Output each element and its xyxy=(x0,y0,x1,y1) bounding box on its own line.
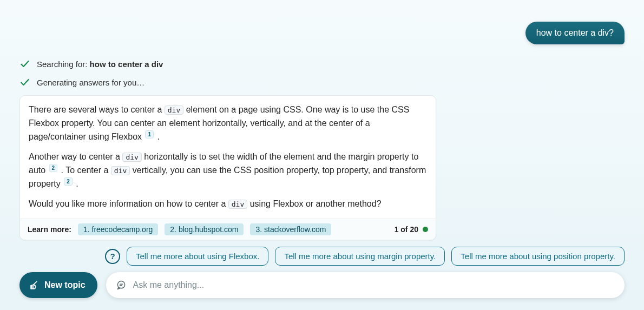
suggestion-2[interactable]: Tell me more about using margin property… xyxy=(275,247,445,266)
answer-paragraph-3: Would you like more information on how t… xyxy=(29,197,427,211)
help-glyph: ? xyxy=(110,252,115,261)
code-div: div xyxy=(165,105,183,115)
check-icon xyxy=(19,58,30,69)
code-div: div xyxy=(228,200,247,209)
ask-input[interactable] xyxy=(133,280,615,290)
answer-paragraph-1: There are several ways to center a div e… xyxy=(29,103,427,144)
answer-text: Would you like more information on how t… xyxy=(29,199,228,208)
status-dot-icon xyxy=(423,227,428,232)
answer-card: There are several ways to center a div e… xyxy=(19,95,436,240)
check-icon xyxy=(19,77,30,88)
suggestion-row: ? Tell me more about using Flexbox. Tell… xyxy=(0,247,644,266)
source-link-1[interactable]: 1. freecodecamp.org xyxy=(78,223,158,235)
chat-icon xyxy=(116,280,127,291)
help-icon[interactable]: ? xyxy=(105,249,120,264)
citation-2[interactable]: 2 xyxy=(64,177,73,186)
learn-more-label: Learn more: xyxy=(28,225,71,234)
new-topic-label: New topic xyxy=(44,280,86,290)
answer-text: . xyxy=(74,179,78,188)
status-generating-label: Generating answers for you… xyxy=(37,78,144,87)
answer-text: using Flexbox or another method? xyxy=(247,199,381,208)
suggestion-3[interactable]: Tell me more about using position proper… xyxy=(451,247,625,266)
answer-paragraph-2: Another way to center a div horizontally… xyxy=(29,150,427,191)
counter-text: 1 of 20 xyxy=(395,225,418,234)
status-generating: Generating answers for you… xyxy=(19,77,625,88)
code-div: div xyxy=(111,166,130,175)
answer-text: . xyxy=(155,132,160,141)
user-message-text: how to center a div? xyxy=(536,28,614,37)
broom-icon xyxy=(28,280,39,291)
ask-box[interactable] xyxy=(106,272,625,298)
citation-1[interactable]: 1 xyxy=(145,130,154,138)
searching-prefix: Searching for: xyxy=(37,60,90,69)
answer-footer: Learn more: 1. freecodecamp.org 2. blog.… xyxy=(20,219,436,240)
answer-text: Another way to center a xyxy=(29,152,122,161)
answer-counter: 1 of 20 xyxy=(395,225,428,234)
answer-body: There are several ways to center a div e… xyxy=(20,96,436,219)
answer-text: There are several ways to center a xyxy=(29,105,165,114)
searching-query: how to center a div xyxy=(90,60,163,69)
answer-text: . To center a xyxy=(58,166,111,175)
source-link-3[interactable]: 3. stackoverflow.com xyxy=(250,223,331,235)
code-div: div xyxy=(122,153,141,162)
status-searching: Searching for: how to center a div xyxy=(19,58,625,69)
user-message-bubble: how to center a div? xyxy=(525,22,625,44)
bottom-bar: New topic xyxy=(19,272,625,298)
source-link-2[interactable]: 2. blog.hubspot.com xyxy=(165,223,244,235)
status-block: Searching for: how to center a div Gener… xyxy=(19,58,625,88)
status-searching-label: Searching for: how to center a div xyxy=(37,60,163,69)
new-topic-button[interactable]: New topic xyxy=(19,272,97,298)
suggestion-1[interactable]: Tell me more about using Flexbox. xyxy=(127,247,268,266)
citation-2[interactable]: 2 xyxy=(49,164,58,172)
